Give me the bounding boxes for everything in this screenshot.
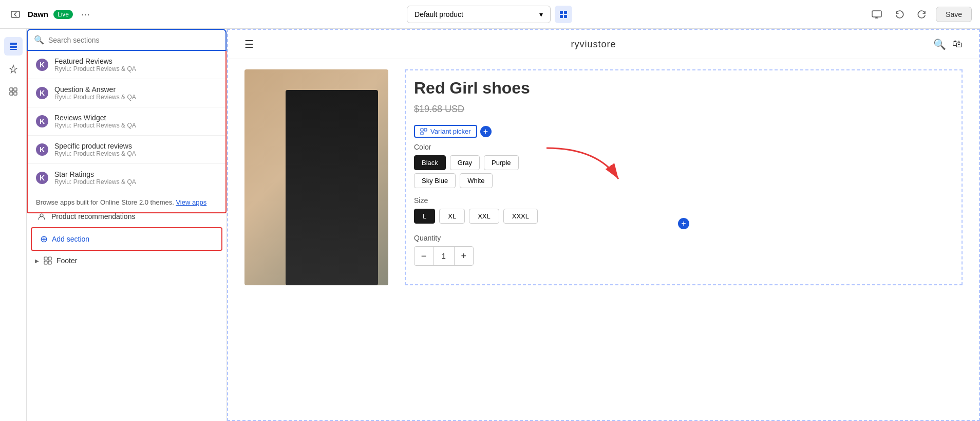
- product-title: Red Girl shoes: [414, 79, 953, 98]
- save-button[interactable]: Save: [936, 7, 972, 22]
- ryviu-icon-5: K: [36, 172, 48, 184]
- main-layout: Default product PREVIEW Change Red Girl …: [0, 29, 980, 421]
- undo-button[interactable]: [891, 6, 908, 23]
- search-input-row: 🔍: [34, 35, 219, 45]
- svg-rect-26: [48, 261, 51, 264]
- sections-grid-icon[interactable]: [555, 6, 572, 23]
- search-input[interactable]: [48, 36, 219, 44]
- size-btn-xxxl[interactable]: XXXL: [503, 209, 538, 224]
- more-options-button[interactable]: ···: [78, 6, 93, 22]
- quantity-plus-button[interactable]: +: [455, 247, 473, 265]
- search-result-question-answer[interactable]: K Question & Answer Ryviu: Product Revie…: [28, 79, 225, 107]
- quantity-minus-button[interactable]: −: [414, 247, 433, 265]
- cart-icon-store[interactable]: 🛍: [952, 38, 963, 50]
- result-title-1: Featured Reviews: [54, 57, 136, 65]
- product-info-panel: Red Girl shoes $19.68 USD Variant picker…: [405, 69, 963, 285]
- result-sub-3: Ryviu: Product Reviews & QA: [54, 122, 136, 129]
- color-btn-purple[interactable]: Purple: [484, 155, 519, 170]
- svg-rect-28: [424, 129, 427, 131]
- search-box: 🔍: [27, 29, 227, 51]
- desktop-device-icon[interactable]: [868, 6, 885, 23]
- footer-label: Footer: [56, 257, 77, 265]
- svg-rect-29: [421, 132, 423, 135]
- template-selector[interactable]: Default product ▾: [407, 6, 551, 23]
- result-title-4: Specific product reviews: [54, 142, 136, 150]
- product-image: [244, 69, 388, 285]
- hamburger-icon[interactable]: ☰: [244, 38, 254, 50]
- result-title-2: Question & Answer: [54, 85, 136, 94]
- template-name: Default product: [414, 10, 463, 19]
- nav-theme-icon[interactable]: [4, 60, 23, 78]
- add-size-plus-button[interactable]: +: [678, 218, 689, 229]
- back-icon[interactable]: [8, 7, 23, 22]
- footer-section[interactable]: ▶ Footer: [27, 253, 227, 268]
- size-btn-xxl[interactable]: XXL: [469, 209, 499, 224]
- svg-rect-12: [14, 92, 17, 95]
- svg-rect-10: [14, 88, 17, 91]
- search-result-reviews-widget[interactable]: K Reviews Widget Ryviu: Product Reviews …: [28, 107, 225, 136]
- result-sub-4: Ryviu: Product Reviews & QA: [54, 150, 136, 157]
- editor-panel: Default product PREVIEW Change Red Girl …: [27, 29, 227, 421]
- color-section: Color Black Gray Purple Sky Blue White: [414, 143, 953, 188]
- result-texts-4: Specific product reviews Ryviu: Product …: [54, 142, 136, 157]
- variant-picker-badge: Variant picker: [414, 125, 477, 138]
- store-header-icons: 🔍 🛍: [933, 38, 963, 50]
- store-name-storefront: ryviustore: [571, 39, 616, 50]
- view-apps-link[interactable]: View apps: [176, 198, 206, 206]
- svg-rect-0: [11, 11, 20, 17]
- svg-rect-3: [560, 15, 563, 18]
- store-header: ☰ ryviustore 🔍 🛍: [228, 30, 979, 59]
- result-texts-1: Featured Reviews Ryviu: Product Reviews …: [54, 57, 136, 72]
- svg-rect-9: [10, 88, 13, 91]
- add-size-plus: +: [678, 218, 689, 229]
- topbar-left: Dawn Live ···: [8, 6, 111, 22]
- color-label: Color: [414, 143, 953, 151]
- search-result-specific-reviews[interactable]: K Specific product reviews Ryviu: Produc…: [28, 136, 225, 164]
- ryviu-icon-4: K: [36, 143, 48, 156]
- svg-rect-7: [10, 46, 17, 48]
- add-section-label: Add section: [52, 235, 89, 243]
- search-result-star-ratings[interactable]: K Star Ratings Ryviu: Product Reviews & …: [28, 164, 225, 192]
- color-btn-gray[interactable]: Gray: [450, 155, 480, 170]
- result-sub-5: Ryviu: Product Reviews & QA: [54, 178, 136, 186]
- footer-icon: [43, 256, 52, 265]
- product-area: Red Girl shoes $19.68 USD Variant picker…: [228, 59, 979, 296]
- svg-rect-24: [48, 257, 51, 260]
- product-image-person: [286, 90, 378, 285]
- ryviu-icon-3: K: [36, 115, 48, 127]
- svg-rect-27: [421, 129, 423, 131]
- size-label: Size: [414, 196, 953, 205]
- size-btn-xl[interactable]: XL: [439, 209, 465, 224]
- color-btn-black[interactable]: Black: [414, 155, 446, 170]
- store-name-label: Dawn: [28, 10, 48, 19]
- search-results: K Featured Reviews Ryviu: Product Review…: [27, 51, 227, 213]
- result-sub-2: Ryviu: Product Reviews & QA: [54, 94, 136, 101]
- svg-rect-25: [44, 261, 47, 264]
- color-btn-sky-blue[interactable]: Sky Blue: [414, 173, 456, 188]
- result-title-5: Star Ratings: [54, 170, 136, 178]
- footer-chevron-icon: ▶: [35, 258, 39, 264]
- add-section-button[interactable]: ⊕ Add section: [31, 227, 222, 251]
- svg-rect-8: [10, 49, 17, 50]
- size-section: Size L XL XXL XXXL +: [414, 196, 953, 224]
- variant-picker-badge-label: Variant picker: [430, 127, 471, 135]
- color-btn-white[interactable]: White: [460, 173, 492, 188]
- nav-sections-icon[interactable]: [4, 37, 23, 56]
- preview-frame: ☰ ryviustore 🔍 🛍 Red Girl shoes $19.68 U…: [227, 29, 980, 421]
- color-options-row2: Sky Blue White: [414, 173, 953, 188]
- search-result-featured-reviews[interactable]: K Featured Reviews Ryviu: Product Review…: [28, 51, 225, 79]
- nav-add-icon[interactable]: [4, 82, 23, 101]
- product-price: $19.68 USD: [414, 104, 953, 115]
- svg-rect-23: [44, 257, 47, 260]
- size-btn-l[interactable]: L: [414, 209, 435, 224]
- add-variant-plus-button[interactable]: +: [480, 126, 492, 137]
- svg-rect-2: [564, 11, 567, 14]
- svg-rect-5: [872, 11, 881, 17]
- result-texts-3: Reviews Widget Ryviu: Product Reviews & …: [54, 114, 136, 129]
- result-texts-5: Star Ratings Ryviu: Product Reviews & QA: [54, 170, 136, 186]
- topbar-center: Default product ▾: [117, 6, 862, 23]
- svg-rect-1: [560, 11, 563, 14]
- template-chevron-icon: ▾: [539, 10, 543, 19]
- search-icon-store[interactable]: 🔍: [933, 38, 946, 50]
- redo-button[interactable]: [913, 6, 931, 23]
